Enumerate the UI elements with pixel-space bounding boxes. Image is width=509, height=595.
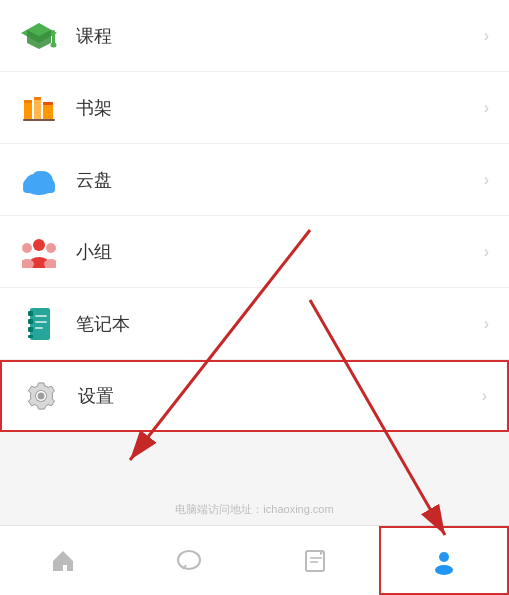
nav-home[interactable] [0, 526, 126, 595]
cloud-label: 云盘 [76, 168, 484, 192]
svg-point-18 [22, 243, 32, 253]
courses-arrow: › [484, 27, 489, 45]
nav-message[interactable] [126, 526, 252, 595]
profile-icon [430, 547, 458, 575]
notebook-label: 笔记本 [76, 312, 484, 336]
settings-arrow: › [482, 387, 487, 405]
chat-icon [175, 547, 203, 575]
settings-icon [22, 377, 60, 415]
group-label: 小组 [76, 240, 484, 264]
svg-point-34 [439, 552, 449, 562]
svg-rect-5 [24, 100, 32, 103]
svg-point-3 [51, 42, 57, 47]
svg-rect-29 [35, 327, 43, 329]
svg-rect-25 [28, 327, 33, 332]
group-arrow: › [484, 243, 489, 261]
cloud-icon [20, 161, 58, 199]
menu-item-settings[interactable]: 设置 › [0, 360, 509, 432]
watermark-text: 电脑端访问地址：ichaoxing.com [0, 502, 509, 517]
bookshelf-arrow: › [484, 99, 489, 117]
svg-rect-26 [28, 335, 33, 338]
menu-list: 课程 › 书架 › [0, 0, 509, 432]
menu-item-group[interactable]: 小组 › [0, 216, 509, 288]
notebook-icon [20, 305, 58, 343]
svg-rect-9 [43, 102, 53, 105]
home-icon [49, 547, 77, 575]
svg-point-32 [178, 551, 200, 569]
svg-point-14 [32, 171, 46, 185]
nav-profile[interactable] [379, 526, 509, 595]
cloud-arrow: › [484, 171, 489, 189]
menu-item-notebook[interactable]: 笔记本 › [0, 288, 509, 360]
svg-point-20 [46, 243, 56, 253]
svg-rect-10 [23, 119, 55, 121]
notebook-arrow: › [484, 315, 489, 333]
svg-rect-7 [34, 97, 41, 100]
svg-rect-28 [35, 321, 47, 323]
nav-discover[interactable] [253, 526, 379, 595]
courses-label: 课程 [76, 24, 484, 48]
menu-item-bookshelf[interactable]: 书架 › [0, 72, 509, 144]
bookshelf-icon [20, 89, 58, 127]
group-icon [20, 233, 58, 271]
bottom-nav [0, 525, 509, 595]
svg-point-31 [38, 393, 45, 400]
svg-rect-6 [34, 97, 41, 120]
bookshelf-label: 书架 [76, 96, 484, 120]
discover-icon [302, 547, 330, 575]
menu-item-cloud[interactable]: 云盘 › [0, 144, 509, 216]
svg-point-16 [33, 239, 45, 251]
svg-rect-15 [23, 185, 55, 193]
svg-rect-23 [28, 311, 33, 316]
courses-icon [20, 17, 58, 55]
svg-rect-27 [35, 315, 47, 317]
settings-label: 设置 [78, 384, 482, 408]
svg-point-35 [435, 565, 453, 575]
menu-item-courses[interactable]: 课程 › [0, 0, 509, 72]
svg-rect-2 [52, 30, 55, 44]
svg-rect-24 [28, 319, 33, 324]
